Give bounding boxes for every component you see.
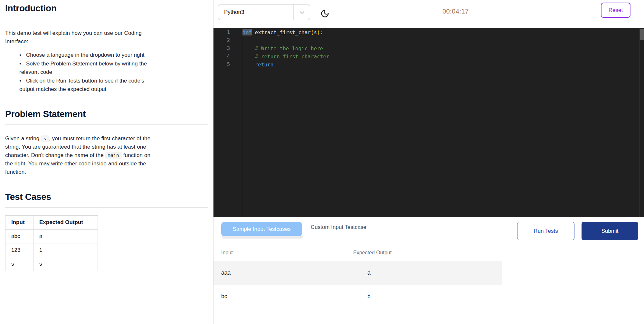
cell-expected: s <box>33 257 98 271</box>
token-keyword-def: def <box>242 29 252 35</box>
line-number: 5 <box>213 61 242 69</box>
testcase-input-value: aaa <box>221 270 231 276</box>
testcase-column-headers: Input Expected Output <box>213 250 502 257</box>
problem-description-panel: Introduction This demo test will explain… <box>0 0 213 324</box>
code-line-5[interactable]: 5 return <box>213 61 644 69</box>
divider <box>5 124 208 125</box>
divider <box>5 207 208 208</box>
cell-input: s <box>5 257 33 271</box>
code-content: # return first character <box>242 53 329 61</box>
token-param-s: s <box>314 29 317 35</box>
code-line-1[interactable]: 1 def extract_first_char(s): <box>213 28 644 36</box>
column-header-input: Input <box>221 250 233 256</box>
test-cases-table: Input Expected Output abc a 123 1 s <box>5 215 98 271</box>
bullet-item: Choose a language in the dropdown to you… <box>19 51 208 59</box>
testcase-expected-value: a <box>367 270 371 276</box>
code-line-4[interactable]: 4 # return first character <box>213 53 644 61</box>
cell-expected: a <box>33 230 98 243</box>
editor-scrollbar-track[interactable] <box>639 28 644 217</box>
code-line-2[interactable]: 2 <box>213 36 644 44</box>
language-dropdown[interactable]: Python3 <box>218 4 310 20</box>
code-content: # Write the logic here <box>242 44 323 53</box>
problem-text-segment: Given a string <box>5 135 41 142</box>
token-open-paren: ( <box>311 29 314 35</box>
cell-input: abc <box>5 230 33 243</box>
test-cases-heading: Test Cases <box>5 192 208 202</box>
gutter-border <box>242 28 242 217</box>
column-header-expected-output: Expected Output <box>353 250 392 256</box>
intro-heading: Introduction <box>5 3 208 14</box>
code-content: def extract_first_char(s): <box>242 28 323 36</box>
dropdown-divider <box>293 5 294 20</box>
testcase-panel: Sample Input Testcases Custom Input Test… <box>213 217 644 324</box>
token-keyword-return: return <box>242 62 273 68</box>
chevron-down-icon <box>298 9 306 16</box>
run-tests-button[interactable]: Run Tests <box>517 222 574 240</box>
table-header-row: Input Expected Output <box>5 216 98 230</box>
code-line-3[interactable]: 3 # Write the logic here <box>213 44 644 53</box>
code-content: return <box>242 61 273 69</box>
submit-button[interactable]: Submit <box>582 222 638 240</box>
table-row: s s <box>5 257 98 271</box>
countdown-timer: 00:04:17 <box>442 8 472 15</box>
intro-body-text: This demo test will explain how you can … <box>5 29 208 46</box>
divider <box>5 19 208 19</box>
problem-statement-heading: Problem Statement <box>5 109 208 119</box>
editor-scrollbar-thumb[interactable] <box>640 29 644 40</box>
testcase-row-2[interactable]: bc b <box>213 285 502 308</box>
code-editor[interactable]: 1 def extract_first_char(s): 2 3 # Write… <box>213 28 644 217</box>
token-comment: # return first character <box>242 54 329 60</box>
testcase-row-1[interactable]: aaa a <box>213 261 502 285</box>
coding-interface-page: Introduction This demo test will explain… <box>0 0 644 324</box>
reset-button[interactable]: Reset <box>601 3 630 18</box>
table-row: abc a <box>5 230 98 243</box>
line-number: 4 <box>213 53 242 61</box>
tab-custom-input-testcase[interactable]: Custom Input Testcase <box>311 224 366 231</box>
token-comment: # Write the logic here <box>242 45 323 52</box>
bullet-item: Solve the Problem Statement below by wri… <box>19 60 208 76</box>
col-header-input: Input <box>5 216 33 230</box>
table-row: 123 1 <box>5 243 98 257</box>
line-number: 2 <box>213 36 242 44</box>
testcase-expected-value: b <box>367 293 371 300</box>
bullet-item: Click on the Run Tests button to see if … <box>19 77 208 93</box>
tab-sample-input-testcases[interactable]: Sample Input Testcases <box>221 222 302 236</box>
line-number: 1 <box>213 28 242 36</box>
token-close-paren: ) <box>317 29 320 35</box>
cell-input: 123 <box>5 243 33 257</box>
moon-icon <box>320 14 329 19</box>
language-selected-value: Python3 <box>218 9 244 15</box>
col-header-expected-output: Expected Output <box>33 216 98 230</box>
editor-toolbar: Python3 00:04:17 Reset <box>213 0 644 28</box>
intro-bullet-list: Choose a language in the dropdown to you… <box>5 51 208 93</box>
theme-toggle-button[interactable] <box>320 9 330 19</box>
line-number: 3 <box>213 44 242 53</box>
problem-statement-text: Given a string s, you must return the fi… <box>5 134 208 176</box>
testcase-input-value: bc <box>221 293 227 300</box>
token-function-name: extract_first_char <box>252 29 311 35</box>
inline-code-s: s <box>41 135 49 142</box>
code-lines: 1 def extract_first_char(s): 2 3 # Write… <box>213 28 644 69</box>
cell-expected: 1 <box>33 243 98 257</box>
token-colon: : <box>320 29 323 35</box>
inline-code-main: main <box>105 152 122 159</box>
